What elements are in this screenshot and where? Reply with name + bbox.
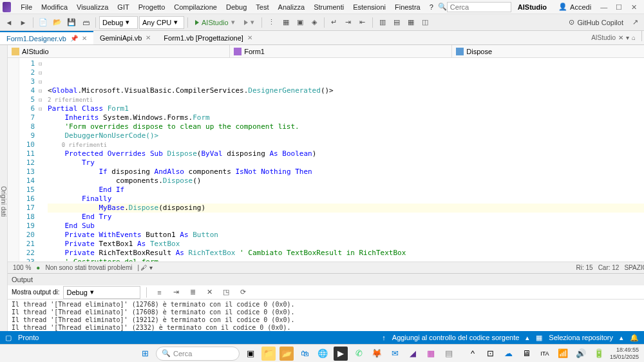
vs-icon[interactable]: ◢ xyxy=(406,347,420,361)
tb-icon[interactable]: ▤ xyxy=(390,16,403,29)
out-icon[interactable]: ⇥ xyxy=(169,286,182,299)
menu-?[interactable]: ? xyxy=(425,2,438,12)
clear-output-button[interactable]: ✕ xyxy=(203,286,216,299)
chrome-icon[interactable]: 🌐 xyxy=(316,347,330,361)
tb-icon[interactable]: ⇥ xyxy=(342,16,355,29)
menu-estensioni[interactable]: Estensioni xyxy=(348,2,390,12)
zoom-level[interactable]: 100 % xyxy=(13,264,31,271)
menu-strumenti[interactable]: Strumenti xyxy=(309,2,348,12)
nav-member-combo[interactable]: Dispose xyxy=(452,45,644,57)
tray-chevron-icon[interactable]: ^ xyxy=(466,347,480,361)
sign-in-button[interactable]: 👤Accedi xyxy=(553,1,596,12)
menu-compilazione[interactable]: Compilazione xyxy=(169,2,222,12)
nav-fwd-button[interactable]: ► xyxy=(17,16,30,29)
vcs-add-button[interactable]: Aggiungi al controllo del codice sorgent… xyxy=(392,334,520,341)
document-tab-bar: Form1.Designer.vb📌✕GeminiApi.vb✕Form1.vb… xyxy=(0,31,644,45)
battery-icon[interactable]: 🔋 xyxy=(592,347,606,361)
doc-tab[interactable]: Form1.Designer.vb📌✕ xyxy=(0,31,93,44)
tb-icon[interactable]: ↵ xyxy=(328,16,341,29)
new-item-button[interactable]: 📄 xyxy=(37,16,50,29)
doc-tab[interactable]: GeminiApi.vb✕ xyxy=(93,31,157,44)
app-icon[interactable]: ▦ xyxy=(424,347,438,361)
tb-icon[interactable]: ▦ xyxy=(279,16,292,29)
out-icon[interactable]: ≡ xyxy=(153,286,166,299)
tb-icon[interactable]: ◈ xyxy=(308,16,321,29)
out-icon[interactable]: ≣ xyxy=(186,286,199,299)
windows-search-input[interactable]: 🔍Cerca xyxy=(156,347,240,361)
code-area[interactable]: <Global.Microsoft.VisualBasic.CompilerSe… xyxy=(48,58,644,262)
start-debug-button[interactable]: AIStudio▾ xyxy=(191,16,239,29)
output-source-combo[interactable]: Debug▾ xyxy=(63,286,140,299)
tb-icon[interactable]: ▦ xyxy=(404,16,417,29)
store-icon[interactable]: 🛍 xyxy=(298,347,312,361)
outlook-icon[interactable]: ✉ xyxy=(388,347,402,361)
start-button[interactable]: ⊞ xyxy=(138,347,152,361)
fold-margin[interactable]: ⊟⊟⊟⊟⊟⊟ xyxy=(39,58,48,262)
close-button[interactable]: ✕ xyxy=(627,1,641,14)
taskview-icon[interactable]: ▣ xyxy=(243,347,258,361)
tb-icon[interactable]: ▥ xyxy=(376,16,389,29)
tb-icon[interactable]: ◫ xyxy=(419,16,431,29)
issues-label: Non sono stati trovati problemi xyxy=(45,264,132,271)
nav-back-button[interactable]: ◄ xyxy=(3,16,15,29)
global-search-input[interactable] xyxy=(447,2,511,12)
menu-test[interactable]: Test xyxy=(251,2,273,12)
status-ready: Pronto xyxy=(18,334,39,341)
tb-icon[interactable]: ⇤ xyxy=(356,16,369,29)
indent-indicator: SPAZIO xyxy=(624,264,644,271)
menu-bar: FileModificaVisualizzaGITProgettoCompila… xyxy=(0,0,644,14)
main-toolbar: ◄ ► 📄 📂 💾 🗃 Debug▾ Any CPU▾ AIStudio▾ ▾ … xyxy=(0,14,644,31)
doc-tab[interactable]: Form1.vb [Progettazione]✕ xyxy=(157,31,259,44)
code-nav-bar: AIStudio Form1 Dispose xyxy=(8,45,644,58)
save-all-button[interactable]: 🗃 xyxy=(79,16,92,29)
windows-taskbar: ⊞ 🔍Cerca ▣ 📁 📂 🛍 🌐 ▶ ✆ 🦊 ✉ ◢ ▦ ▤ ^ ⊡ ☁ 🖥… xyxy=(0,344,644,362)
clock[interactable]: 18:49:5515/01/2025 xyxy=(610,347,639,361)
firefox-icon[interactable]: 🦊 xyxy=(370,347,384,361)
menu-debug[interactable]: Debug xyxy=(222,2,251,12)
maximize-button[interactable]: ☐ xyxy=(611,1,626,14)
tray-icon[interactable]: ⊡ xyxy=(484,347,498,361)
line-numbers: 1234567891011121314151617181920212223 xyxy=(19,58,39,262)
out-icon[interactable]: ◳ xyxy=(220,286,232,299)
minimize-button[interactable]: — xyxy=(596,1,611,14)
config-combo[interactable]: Debug▾ xyxy=(99,16,138,29)
platform-combo[interactable]: Any CPU▾ xyxy=(139,16,184,29)
vs-logo-icon xyxy=(3,2,11,12)
menu-file[interactable]: File xyxy=(16,2,37,12)
wifi-icon[interactable]: 📶 xyxy=(556,347,570,361)
share-button[interactable]: ↗ xyxy=(629,16,641,29)
save-button[interactable]: 💾 xyxy=(65,16,78,29)
tb-icon[interactable]: ▣ xyxy=(294,16,307,29)
menu-visualizza[interactable]: Visualizza xyxy=(72,2,113,12)
output-title: Output xyxy=(12,276,33,283)
tb-icon[interactable]: ⋮ xyxy=(265,16,278,29)
menu-finestra[interactable]: Finestra xyxy=(390,2,425,12)
repo-select-button[interactable]: Seleziona repository xyxy=(549,334,613,341)
datasources-tab[interactable]: Origini dati xyxy=(0,45,8,356)
language-icon[interactable]: ITA xyxy=(538,347,552,361)
tray-icon[interactable]: 🖥 xyxy=(520,347,534,361)
menu-progetto[interactable]: Progetto xyxy=(134,2,170,12)
nav-project-combo[interactable]: AIStudio xyxy=(8,45,230,57)
whatsapp-icon[interactable]: ✆ xyxy=(352,347,366,361)
nav-class-combo[interactable]: Form1 xyxy=(230,45,452,57)
app-icon[interactable]: ▤ xyxy=(442,347,456,361)
explorer-icon[interactable]: 📁 xyxy=(261,347,276,361)
app-title: AIStudio xyxy=(511,3,553,11)
output-source-label: Mostra output di: xyxy=(12,289,59,296)
start-nodebug-button[interactable]: ▾ xyxy=(240,16,258,29)
volume-icon[interactable]: 🔊 xyxy=(574,347,588,361)
github-copilot-button[interactable]: ⊙GitHub Copilot xyxy=(565,17,627,28)
col-indicator: Car: 12 xyxy=(598,264,620,271)
code-editor[interactable]: 1234567891011121314151617181920212223 ⊟⊟… xyxy=(8,58,644,262)
line-indicator: Ri: 15 xyxy=(576,264,593,271)
onedrive-icon[interactable]: ☁ xyxy=(502,347,516,361)
open-button[interactable]: 📂 xyxy=(51,16,64,29)
out-icon[interactable]: ⟳ xyxy=(236,286,249,299)
editor-statusbar: 100 % ● Non sono stati trovati problemi … xyxy=(8,262,644,273)
menu-git[interactable]: GIT xyxy=(113,2,133,12)
menu-analizza[interactable]: Analizza xyxy=(274,2,310,12)
terminal-icon[interactable]: ▶ xyxy=(334,347,348,361)
explorer-icon[interactable]: 📂 xyxy=(279,347,294,361)
menu-modifica[interactable]: Modifica xyxy=(37,2,72,12)
